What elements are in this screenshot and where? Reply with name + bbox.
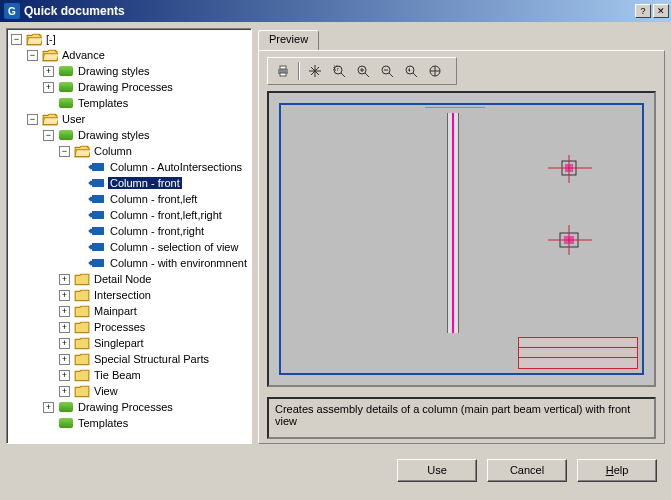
column-style-item[interactable]: Column - with environmnent bbox=[108, 257, 249, 269]
style-item-icon bbox=[90, 224, 106, 238]
column-folder[interactable]: Column bbox=[92, 145, 134, 157]
detail-view-1 bbox=[546, 155, 594, 183]
collapse-icon[interactable]: − bbox=[43, 130, 54, 141]
folder-icon bbox=[74, 272, 90, 286]
expand-icon[interactable]: + bbox=[43, 402, 54, 413]
close-titlebar-button[interactable]: ✕ bbox=[653, 4, 669, 18]
help-button[interactable]: Help bbox=[577, 459, 657, 482]
user-templates[interactable]: Templates bbox=[76, 417, 130, 429]
folder-icon bbox=[74, 320, 90, 334]
tiebeam-folder[interactable]: Tie Beam bbox=[92, 369, 143, 381]
style-item-icon bbox=[90, 160, 106, 174]
zoom-in-button[interactable] bbox=[352, 61, 374, 81]
templates-icon bbox=[58, 96, 74, 110]
tab-label: Preview bbox=[269, 33, 308, 45]
expand-icon[interactable]: + bbox=[59, 386, 70, 397]
zoom-window-button[interactable] bbox=[328, 61, 350, 81]
folder-icon bbox=[74, 384, 90, 398]
expand-icon[interactable]: + bbox=[59, 354, 70, 365]
collapse-icon[interactable]: − bbox=[59, 146, 70, 157]
help-suffix: elp bbox=[614, 464, 629, 476]
svg-line-11 bbox=[389, 73, 393, 77]
app-icon: G bbox=[4, 3, 20, 19]
folder-open-icon bbox=[42, 48, 58, 62]
folder-open-icon bbox=[26, 32, 42, 46]
column-style-item[interactable]: Column - front,right bbox=[108, 225, 206, 237]
style-item-icon bbox=[90, 176, 106, 190]
user-drawing-styles[interactable]: Drawing styles bbox=[76, 129, 152, 141]
cancel-button[interactable]: Cancel bbox=[487, 459, 567, 482]
folder-open-icon bbox=[74, 144, 90, 158]
adv-drawing-styles[interactable]: Drawing styles bbox=[76, 65, 152, 77]
expand-icon[interactable]: + bbox=[59, 322, 70, 333]
description-text: Creates assembly details of a column (ma… bbox=[275, 403, 630, 427]
processes-icon bbox=[58, 400, 74, 414]
expand-icon[interactable]: + bbox=[43, 66, 54, 77]
detail-node-folder[interactable]: Detail Node bbox=[92, 273, 153, 285]
zoom-previous-button[interactable] bbox=[400, 61, 422, 81]
expand-icon[interactable]: + bbox=[59, 338, 70, 349]
collapse-icon[interactable]: − bbox=[27, 114, 38, 125]
mainpart-folder[interactable]: Mainpart bbox=[92, 305, 139, 317]
folder-icon bbox=[74, 288, 90, 302]
user-drawing-processes[interactable]: Drawing Processes bbox=[76, 401, 175, 413]
tab-strip: Preview bbox=[258, 28, 665, 50]
folder-open-icon bbox=[42, 112, 58, 126]
expand-icon[interactable]: + bbox=[59, 274, 70, 285]
root-node[interactable]: [-] bbox=[44, 33, 58, 45]
svg-rect-2 bbox=[280, 73, 286, 76]
column-style-item[interactable]: Column - front,left,right bbox=[108, 209, 224, 221]
expand-icon[interactable]: + bbox=[59, 370, 70, 381]
column-style-item[interactable]: Column - front bbox=[108, 177, 182, 189]
expand-icon[interactable]: + bbox=[59, 306, 70, 317]
styles-icon bbox=[58, 64, 74, 78]
zoom-extents-button[interactable] bbox=[424, 61, 446, 81]
svg-line-7 bbox=[365, 73, 369, 77]
column-style-item[interactable]: Column - selection of view bbox=[108, 241, 240, 253]
style-item-icon bbox=[90, 208, 106, 222]
intersection-folder[interactable]: Intersection bbox=[92, 289, 153, 301]
adv-templates[interactable]: Templates bbox=[76, 97, 130, 109]
svg-line-4 bbox=[341, 73, 345, 77]
print-button[interactable] bbox=[272, 61, 294, 81]
styles-icon bbox=[58, 128, 74, 142]
processes-icon bbox=[58, 80, 74, 94]
special-folder[interactable]: Special Structural Parts bbox=[92, 353, 211, 365]
templates-icon bbox=[58, 416, 74, 430]
folder-icon bbox=[74, 368, 90, 382]
tree-view[interactable]: − [-] − Advance +Drawing style bbox=[6, 28, 252, 444]
svg-line-14 bbox=[413, 73, 417, 77]
zoom-out-button[interactable] bbox=[376, 61, 398, 81]
collapse-icon[interactable]: − bbox=[27, 50, 38, 61]
processes-folder[interactable]: Processes bbox=[92, 321, 147, 333]
folder-icon bbox=[74, 336, 90, 350]
expand-icon[interactable]: + bbox=[59, 290, 70, 301]
column-elevation bbox=[447, 113, 459, 333]
style-item-icon bbox=[90, 240, 106, 254]
column-style-item[interactable]: Column - AutoIntersections bbox=[108, 161, 244, 173]
folder-icon bbox=[74, 304, 90, 318]
expand-icon[interactable]: + bbox=[43, 82, 54, 93]
folder-icon bbox=[74, 352, 90, 366]
preview-toolbar bbox=[267, 57, 457, 85]
use-button[interactable]: Use bbox=[397, 459, 477, 482]
detail-view-2 bbox=[546, 225, 594, 255]
style-item-icon bbox=[90, 256, 106, 270]
view-folder[interactable]: View bbox=[92, 385, 120, 397]
title-block bbox=[518, 337, 638, 369]
adv-drawing-processes[interactable]: Drawing Processes bbox=[76, 81, 175, 93]
description-box: Creates assembly details of a column (ma… bbox=[267, 397, 656, 439]
advance-node[interactable]: Advance bbox=[60, 49, 107, 61]
style-item-icon bbox=[90, 192, 106, 206]
dialog-buttons: Use Cancel Help bbox=[0, 450, 671, 490]
pan-button[interactable] bbox=[304, 61, 326, 81]
collapse-icon[interactable]: − bbox=[11, 34, 22, 45]
preview-viewport[interactable] bbox=[267, 91, 656, 387]
help-titlebar-button[interactable]: ? bbox=[635, 4, 651, 18]
window-title: Quick documents bbox=[24, 4, 635, 18]
user-node[interactable]: User bbox=[60, 113, 87, 125]
drawing-frame bbox=[279, 103, 644, 375]
singlepart-folder[interactable]: Singlepart bbox=[92, 337, 146, 349]
tab-preview[interactable]: Preview bbox=[258, 30, 319, 50]
column-style-item[interactable]: Column - front,left bbox=[108, 193, 199, 205]
